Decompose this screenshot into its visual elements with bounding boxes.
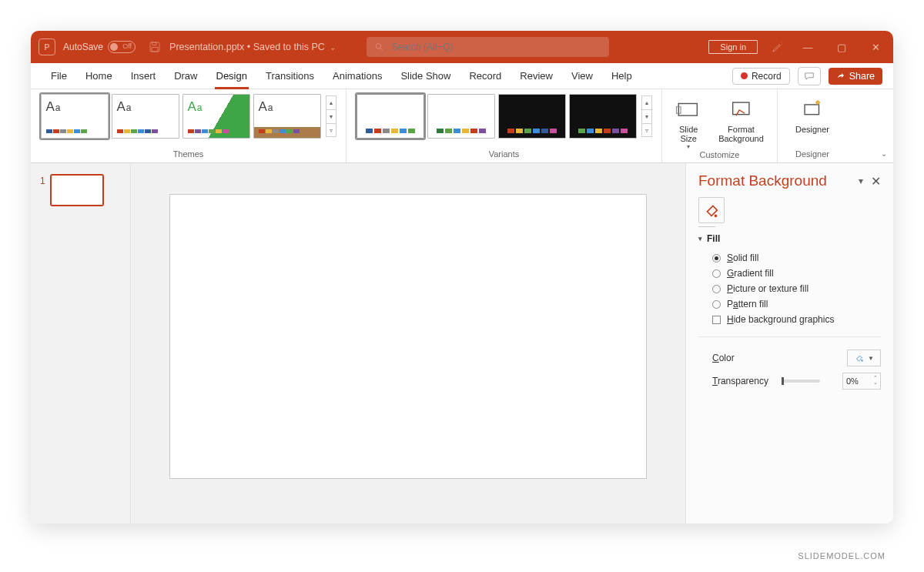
tab-draw[interactable]: Draw — [165, 63, 206, 89]
chevron-down-icon[interactable]: ⌄ — [330, 43, 336, 52]
format-background-button[interactable]: Format Background — [712, 94, 770, 150]
slide-size-button[interactable]: Slide Size ▾ — [669, 94, 708, 150]
slide-canvas-area — [131, 163, 685, 523]
hide-bg-graphics-checkbox[interactable]: Hide background graphics — [698, 312, 881, 327]
fill-pattern-option[interactable]: Pattern fill — [698, 296, 881, 312]
svg-rect-8 — [805, 105, 819, 115]
tab-slideshow[interactable]: Slide Show — [391, 63, 460, 89]
title-bar: P AutoSave Off Presentation.pptx • Saved… — [31, 31, 893, 63]
svg-rect-5 — [678, 104, 697, 116]
slide-thumbnails-pane[interactable]: 1 — [31, 163, 131, 523]
fill-section-header[interactable]: ▾Fill — [698, 233, 881, 244]
tab-view[interactable]: View — [562, 63, 602, 89]
theme-office[interactable]: Aa — [41, 94, 109, 139]
fill-solid-option[interactable]: Solid fill — [698, 250, 881, 266]
share-button[interactable]: Share — [829, 68, 882, 85]
close-button[interactable]: ✕ — [865, 42, 886, 53]
slide-number: 1 — [40, 176, 45, 186]
fill-color-control: Color ▼ — [698, 346, 881, 370]
work-area: 1 Format Background ▾ ✕ ▾Fill — [31, 163, 893, 523]
slide-canvas[interactable] — [169, 194, 647, 479]
theme-3[interactable]: Aa — [182, 94, 250, 139]
variant-1[interactable] — [357, 94, 424, 139]
variant-4[interactable] — [569, 94, 637, 139]
tab-transitions[interactable]: Transitions — [256, 63, 323, 89]
fill-category-icon[interactable] — [698, 197, 725, 223]
svg-point-9 — [861, 360, 862, 361]
record-button[interactable]: Record — [732, 68, 790, 85]
minimize-button[interactable]: — — [798, 42, 818, 53]
autosave-label: AutoSave — [63, 42, 103, 52]
format-background-pane: Format Background ▾ ✕ ▾Fill Solid fill G… — [685, 163, 893, 523]
fill-picture-option[interactable]: Picture or texture fill — [698, 281, 881, 296]
collapse-ribbon-icon[interactable]: ⌄ — [881, 149, 887, 158]
save-icon[interactable] — [148, 40, 162, 54]
tab-home[interactable]: Home — [76, 63, 122, 89]
ribbon-panel: Aa Aa Aa Aa ▴▾▿ — [31, 89, 893, 163]
tab-record[interactable]: Record — [460, 63, 511, 89]
sign-in-button[interactable]: Sign in — [708, 40, 758, 54]
tab-file[interactable]: File — [42, 63, 76, 89]
search-box[interactable] — [367, 37, 609, 57]
pane-options-icon[interactable]: ▾ — [859, 176, 863, 186]
record-dot-icon — [741, 72, 748, 79]
comments-button[interactable] — [798, 67, 821, 85]
tab-insert[interactable]: Insert — [122, 63, 166, 89]
group-themes: Aa Aa Aa Aa ▴▾▿ — [31, 89, 346, 162]
variant-2[interactable] — [427, 94, 495, 139]
transparency-slider[interactable] — [782, 380, 820, 383]
app-window: P AutoSave Off Presentation.pptx • Saved… — [31, 31, 893, 523]
svg-line-4 — [380, 49, 383, 51]
search-input[interactable] — [392, 42, 601, 52]
variant-3[interactable] — [498, 94, 566, 139]
pane-close-button[interactable]: ✕ — [871, 174, 881, 189]
svg-rect-7 — [732, 102, 748, 115]
tab-animations[interactable]: Animations — [323, 63, 391, 89]
ribbon-tabs: File Home Insert Draw Design Transitions… — [31, 63, 893, 89]
svg-rect-1 — [152, 42, 156, 45]
theme-2[interactable]: Aa — [112, 94, 179, 139]
tab-review[interactable]: Review — [511, 63, 562, 89]
autosave-toggle[interactable]: Off — [108, 41, 136, 53]
group-designer: Designer Designer — [778, 89, 847, 162]
document-title[interactable]: Presentation.pptx • Saved to this PC — [169, 42, 325, 52]
group-variants: ▴▾▿ Variants — [346, 89, 662, 162]
designer-button[interactable]: Designer — [789, 94, 835, 134]
powerpoint-icon: P — [38, 38, 55, 55]
transparency-control: Transparency 0% — [698, 370, 881, 393]
theme-4[interactable]: Aa — [253, 94, 321, 139]
tab-design[interactable]: Design — [207, 63, 256, 89]
group-customize: Slide Size ▾ Format Background Customize — [662, 89, 778, 162]
transparency-spinbox[interactable]: 0% — [842, 373, 881, 390]
themes-gallery-scroll[interactable]: ▴▾▿ — [326, 94, 336, 139]
svg-rect-2 — [152, 48, 158, 52]
pane-title: Format Background — [698, 172, 854, 189]
maximize-button[interactable]: ▢ — [832, 42, 852, 53]
fill-gradient-option[interactable]: Gradient fill — [698, 266, 881, 281]
pencil-sparkle-icon[interactable] — [772, 41, 784, 53]
svg-point-3 — [376, 44, 380, 49]
variants-gallery-scroll[interactable]: ▴▾▿ — [641, 94, 652, 139]
watermark: SLIDEMODEL.COM — [798, 551, 886, 560]
tab-help[interactable]: Help — [602, 63, 641, 89]
fill-color-button[interactable]: ▼ — [847, 350, 881, 366]
slide-thumbnail-1[interactable] — [50, 174, 104, 206]
